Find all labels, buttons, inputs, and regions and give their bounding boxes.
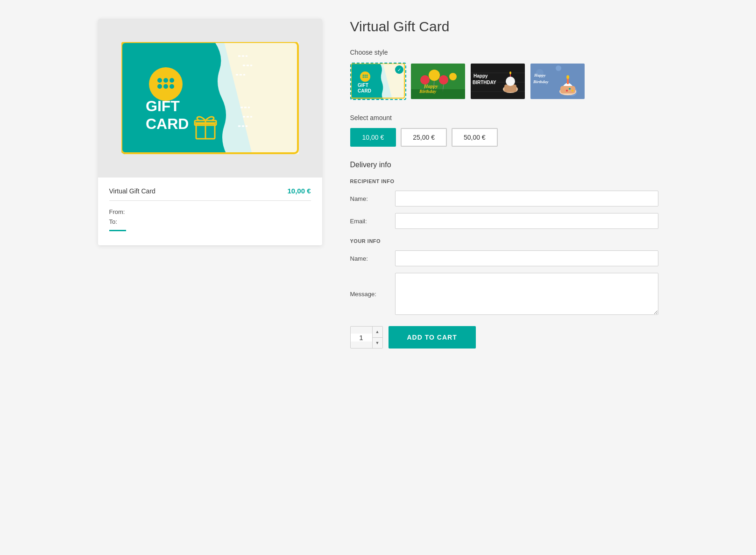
quantity-input[interactable] xyxy=(351,334,372,342)
style-thumb-bday-blue[interactable]: Happy Birthday xyxy=(530,63,586,100)
svg-text:Happy: Happy xyxy=(424,83,438,89)
amount-selector: Select amount 10,00 € 25,00 € 50,00 € xyxy=(350,114,658,147)
card-title-row: Virtual Gift Card 10,00 € xyxy=(109,187,311,201)
svg-text:Birthday: Birthday xyxy=(533,79,549,84)
add-to-cart-row: ▲ ▼ ADD TO CART xyxy=(350,326,658,349)
card-image-area: GIFT CARD xyxy=(98,19,322,178)
message-row: Message: xyxy=(350,273,658,315)
style-thumbnails: ✓ GIFT CARD xyxy=(350,63,658,100)
svg-point-37 xyxy=(439,75,448,85)
style-selector: Choose style ✓ xyxy=(350,49,658,100)
style-thumb-bday-dark[interactable]: Happy BIRTHDAY xyxy=(470,63,526,100)
svg-point-59 xyxy=(556,65,561,71)
qty-up-arrow[interactable]: ▲ xyxy=(373,327,382,338)
svg-text:GIFT: GIFT xyxy=(358,83,368,88)
thumb-bday-blue-svg: Happy Birthday xyxy=(530,64,585,99)
sender-name-row: Name: xyxy=(350,250,658,266)
add-to-cart-button[interactable]: ADD TO CART xyxy=(389,326,476,349)
svg-point-13 xyxy=(163,84,168,89)
svg-point-29 xyxy=(364,77,366,78)
svg-point-10 xyxy=(163,78,168,83)
svg-point-27 xyxy=(366,75,367,76)
amount-section-label: Select amount xyxy=(350,114,658,121)
amount-btn-50[interactable]: 50,00 € xyxy=(452,128,498,147)
svg-point-30 xyxy=(366,77,367,78)
svg-point-11 xyxy=(170,78,174,83)
recipient-info-label: RECIPIENT INFO xyxy=(350,178,658,184)
recipient-info-section: RECIPIENT INFO Name: Email: xyxy=(350,178,658,229)
quantity-stepper[interactable]: ▲ ▼ xyxy=(350,326,383,349)
svg-point-63 xyxy=(569,88,571,90)
svg-point-36 xyxy=(429,70,440,81)
svg-point-28 xyxy=(362,77,364,78)
recipient-name-input[interactable] xyxy=(395,191,658,206)
message-label: Message: xyxy=(350,291,388,298)
card-to-row: To: xyxy=(109,218,311,225)
style-section-label: Choose style xyxy=(350,49,658,56)
delivery-title: Delivery info xyxy=(350,161,658,169)
recipient-email-input[interactable] xyxy=(395,213,658,229)
card-from-row: From: xyxy=(109,208,311,215)
amount-btn-25[interactable]: 25,00 € xyxy=(401,128,447,147)
svg-point-62 xyxy=(566,90,568,92)
thumb-bday-green-svg: Happy Birthday xyxy=(411,64,465,99)
product-title: Virtual Gift Card xyxy=(350,19,658,35)
svg-point-51 xyxy=(506,77,515,86)
svg-text:BIRTHDAY: BIRTHDAY xyxy=(473,80,496,85)
qty-down-arrow[interactable]: ▼ xyxy=(373,338,382,349)
message-textarea[interactable] xyxy=(395,273,658,315)
svg-text:Birthday: Birthday xyxy=(419,89,437,94)
svg-text:CARD: CARD xyxy=(358,88,371,93)
svg-point-26 xyxy=(364,75,366,76)
sender-name-input[interactable] xyxy=(395,250,658,266)
sender-name-label: Name: xyxy=(350,255,388,262)
svg-point-66 xyxy=(566,75,569,79)
qty-arrows: ▲ ▼ xyxy=(372,327,382,348)
svg-point-9 xyxy=(157,78,162,83)
product-detail-panel: Virtual Gift Card Choose style ✓ xyxy=(350,19,658,349)
style-thumb-bday-green[interactable]: Happy Birthday xyxy=(410,63,466,100)
amount-btn-10[interactable]: 10,00 € xyxy=(350,128,396,147)
svg-text:Happy: Happy xyxy=(534,73,546,78)
gift-card-image: GIFT CARD xyxy=(121,42,299,154)
svg-point-64 xyxy=(572,90,573,92)
recipient-name-label: Name: xyxy=(350,195,388,202)
svg-point-14 xyxy=(170,84,174,89)
amount-buttons: 10,00 € 25,00 € 50,00 € xyxy=(350,128,658,147)
your-info-section: YOUR INFO Name: Message: xyxy=(350,238,658,315)
svg-rect-61 xyxy=(560,86,575,93)
svg-text:GIFT: GIFT xyxy=(146,98,180,114)
card-preview-panel: GIFT CARD xyxy=(98,19,322,245)
card-info: Virtual Gift Card 10,00 € From: To: xyxy=(98,178,322,245)
recipient-name-row: Name: xyxy=(350,191,658,206)
svg-point-53 xyxy=(509,71,511,74)
check-badge: ✓ xyxy=(395,65,403,74)
thumb-bday-dark-svg: Happy BIRTHDAY xyxy=(471,64,525,99)
svg-point-25 xyxy=(362,75,364,76)
card-divider-line xyxy=(109,230,126,231)
page-container: GIFT CARD xyxy=(98,19,658,349)
svg-point-12 xyxy=(157,84,162,89)
style-thumb-gift-card[interactable]: ✓ GIFT CARD xyxy=(350,63,406,100)
card-price: 10,00 € xyxy=(287,187,311,195)
delivery-section: Delivery info RECIPIENT INFO Name: Email… xyxy=(350,161,658,315)
your-info-label: YOUR INFO xyxy=(350,238,658,244)
svg-point-38 xyxy=(449,73,457,80)
svg-text:Happy: Happy xyxy=(473,73,488,78)
card-title-text: Virtual Gift Card xyxy=(109,187,155,195)
recipient-email-label: Email: xyxy=(350,218,388,225)
recipient-email-row: Email: xyxy=(350,213,658,229)
svg-text:CARD: CARD xyxy=(146,115,189,132)
